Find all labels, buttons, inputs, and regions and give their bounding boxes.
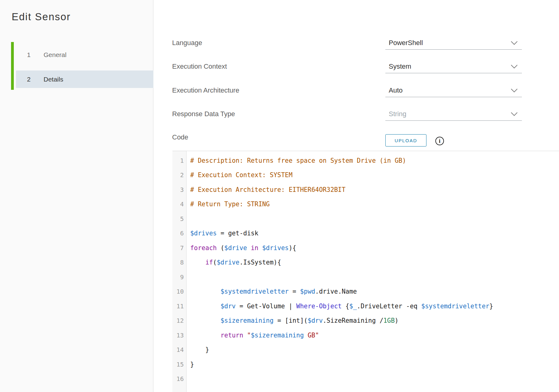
code-text: $drv = Get-Volume | Where-Object {$_.Dri… xyxy=(187,303,493,310)
info-icon[interactable]: i xyxy=(435,137,444,145)
execution-context-value: System xyxy=(385,63,411,70)
language-select[interactable]: PowerShell xyxy=(385,36,522,50)
code-text: } xyxy=(187,346,209,353)
edit-sensor-window: Edit Sensor 1 General 2 Details Language… xyxy=(0,0,559,392)
line-number: 10 xyxy=(172,288,187,295)
info-icon-glyph: i xyxy=(439,138,440,144)
code-line[interactable]: 5 xyxy=(172,211,559,226)
execution-architecture-value: Auto xyxy=(385,86,403,94)
line-number: 2 xyxy=(172,171,187,179)
line-number: 4 xyxy=(172,200,187,208)
code-line[interactable]: 8 if($drive.IsSystem){ xyxy=(172,255,559,270)
chevron-down-icon xyxy=(511,89,518,93)
step-number: 2 xyxy=(16,76,38,83)
code-line[interactable]: 16 xyxy=(172,372,559,386)
code-line[interactable]: 3# Execution Architecture: EITHER64OR32B… xyxy=(172,182,559,197)
language-label: Language xyxy=(172,39,319,47)
code-text: $systemdriveletter = $pwd.drive.Name xyxy=(187,288,357,295)
code-text: # Description: Returns free space on Sys… xyxy=(187,157,406,164)
step-item-details[interactable]: 2 Details xyxy=(16,70,153,88)
chevron-down-icon xyxy=(511,65,518,69)
code-line[interactable]: 6$drives = get-disk xyxy=(172,226,559,241)
response-data-type-label: Response Data Type xyxy=(172,110,319,118)
code-lines: 1# Description: Returns free space on Sy… xyxy=(172,153,559,386)
step-number: 1 xyxy=(16,51,38,59)
line-number: 14 xyxy=(172,346,187,353)
code-editor[interactable]: 1# Description: Returns free space on Sy… xyxy=(172,151,559,392)
line-number: 6 xyxy=(172,230,187,237)
code-line[interactable]: 7foreach ($drive in $drives){ xyxy=(172,241,559,255)
line-number: 1 xyxy=(172,157,187,164)
line-number: 12 xyxy=(172,317,187,324)
code-text: # Execution Context: SYSTEM xyxy=(187,171,292,179)
code-text: $drives = get-disk xyxy=(187,230,258,237)
wizard-sidebar: Edit Sensor 1 General 2 Details xyxy=(0,0,153,392)
code-text: if($drive.IsSystem){ xyxy=(187,259,281,266)
execution-context-label: Execution Context xyxy=(172,63,319,70)
stepper-progress-bar xyxy=(11,42,14,90)
line-number: 15 xyxy=(172,361,187,368)
code-line[interactable]: 9 xyxy=(172,270,559,284)
code-line[interactable]: 12 $sizeremaining = [int]($drv.SizeRemai… xyxy=(172,314,559,328)
code-line[interactable]: 15} xyxy=(172,357,559,372)
line-number: 3 xyxy=(172,186,187,193)
code-text: return "$sizeremaining GB" xyxy=(187,332,319,339)
step-item-general[interactable]: 1 General xyxy=(16,46,153,63)
page-title: Edit Sensor xyxy=(12,11,71,23)
code-label: Code xyxy=(172,133,319,141)
code-text: # Execution Architecture: EITHER64OR32BI… xyxy=(187,186,345,193)
line-number: 11 xyxy=(172,303,187,310)
code-line[interactable]: 2# Execution Context: SYSTEM xyxy=(172,168,559,183)
line-number: 13 xyxy=(172,332,187,339)
line-number: 8 xyxy=(172,259,187,266)
execution-context-select[interactable]: System xyxy=(385,60,522,73)
execution-architecture-label: Execution Architecture xyxy=(172,86,319,94)
language-value: PowerShell xyxy=(385,39,423,47)
line-number: 5 xyxy=(172,215,187,223)
step-label: Details xyxy=(44,76,63,83)
step-label: General xyxy=(44,51,67,59)
code-line[interactable]: 13 return "$sizeremaining GB" xyxy=(172,328,559,343)
code-line[interactable]: 4# Return Type: STRING xyxy=(172,197,559,212)
chevron-down-icon xyxy=(511,41,518,45)
code-text: $sizeremaining = [int]($drv.SizeRemainin… xyxy=(187,317,399,324)
code-line[interactable]: 1# Description: Returns free space on Sy… xyxy=(172,153,559,168)
code-line[interactable]: 14 } xyxy=(172,343,559,357)
execution-architecture-select[interactable]: Auto xyxy=(385,84,522,97)
code-text: foreach ($drive in $drives){ xyxy=(187,244,296,252)
line-number: 9 xyxy=(172,273,187,281)
code-text: # Return Type: STRING xyxy=(187,200,270,208)
code-line[interactable]: 10 $systemdriveletter = $pwd.drive.Name xyxy=(172,284,559,299)
chevron-down-icon xyxy=(511,112,518,116)
line-number: 7 xyxy=(172,244,187,252)
code-line[interactable]: 11 $drv = Get-Volume | Where-Object {$_.… xyxy=(172,299,559,314)
response-data-type-value: String xyxy=(385,110,406,118)
code-text: } xyxy=(187,361,194,368)
response-data-type-select: String xyxy=(385,107,522,121)
upload-button[interactable]: UPLOAD xyxy=(385,134,426,147)
line-number: 16 xyxy=(172,375,187,382)
